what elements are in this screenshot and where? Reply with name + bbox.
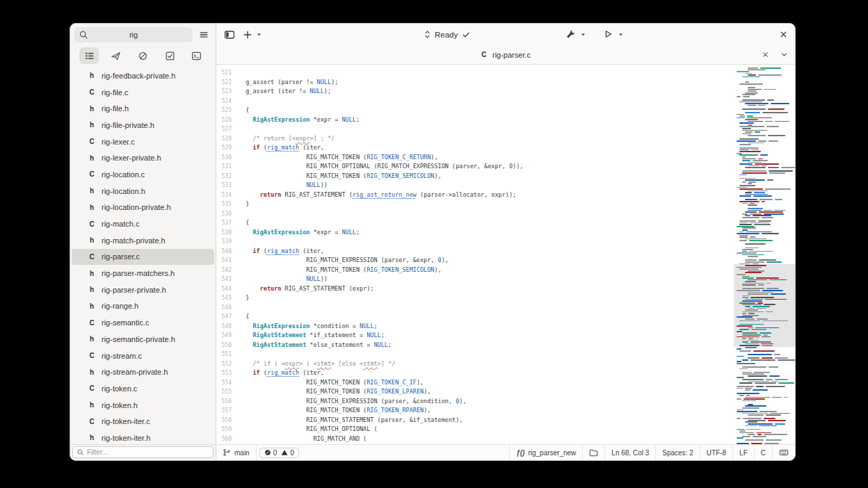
- code-line[interactable]: 524: [216, 97, 734, 106]
- code-line[interactable]: 551: [216, 350, 734, 359]
- code-line[interactable]: 542 RIG_MATCH_TOKEN (RIG_TOKEN_SEMICOLON…: [216, 266, 734, 275]
- code-line[interactable]: 552 /* if ( <expr> ) <stmt> [else <stmt>…: [216, 359, 734, 369]
- tab-close-icon[interactable]: [762, 51, 769, 58]
- project-search-entry[interactable]: [74, 27, 193, 42]
- code-line[interactable]: 554 RIG_MATCH_TOKEN (RIG_TOKEN_C_IF),: [216, 378, 734, 388]
- file-row[interactable]: hrig-match-private.h: [72, 232, 214, 249]
- file-row[interactable]: hrig-location-private.h: [72, 200, 214, 216]
- panel-tab-pipeline[interactable]: [106, 47, 126, 64]
- window-close-button[interactable]: [775, 26, 791, 42]
- code-line[interactable]: 545 }: [216, 293, 734, 303]
- filter-entry[interactable]: [72, 446, 214, 458]
- minimap[interactable]: [734, 65, 795, 444]
- build-button[interactable]: [563, 26, 578, 42]
- cursor-position[interactable]: Ln 68, Col 3: [604, 445, 655, 460]
- code-line[interactable]: 530 RIG_MATCH_TOKEN (RIG_TOKEN_C_RETURN)…: [216, 153, 734, 163]
- run-button[interactable]: [600, 26, 616, 42]
- file-row[interactable]: hrig-token.h: [72, 397, 214, 414]
- file-row[interactable]: hrig-parser-matchers.h: [72, 265, 214, 282]
- code-line[interactable]: 546: [216, 303, 734, 313]
- code-line[interactable]: 543 NULL)): [216, 275, 734, 284]
- file-row[interactable]: hrig-token-iter.h: [72, 430, 214, 444]
- file-row[interactable]: Crig-stream.c: [72, 348, 214, 364]
- file-row[interactable]: hrig-feedback-private.h: [72, 67, 214, 84]
- code-line[interactable]: 537 {: [216, 218, 734, 228]
- toggle-sidebar-button[interactable]: [222, 27, 237, 42]
- branch-indicator[interactable]: main: [216, 445, 257, 460]
- file-browser-button[interactable]: [582, 445, 604, 460]
- indentation-mode[interactable]: Spaces: 2: [655, 445, 699, 460]
- code-line[interactable]: 549 RigAstStatement *if_statement = NULL…: [216, 331, 734, 341]
- code-view[interactable]: 521522 g_assert (parser != NULL);523 g_a…: [216, 65, 734, 444]
- menu-button[interactable]: [196, 27, 211, 42]
- file-row[interactable]: Crig-token-iter.c: [72, 413, 214, 430]
- code-line[interactable]: 558 RIG_MATCH_STATEMENT (parser, &if_sta…: [216, 416, 734, 425]
- code-line[interactable]: 532 RIG_MATCH_TOKEN (RIG_TOKEN_SEMICOLON…: [216, 172, 734, 181]
- code-line[interactable]: 521: [216, 68, 734, 78]
- filter-input[interactable]: [87, 448, 209, 456]
- code-line[interactable]: 523 g_assert (iter != NULL);: [216, 87, 734, 97]
- code-line[interactable]: 526 RigAstExpression *expr = NULL;: [216, 115, 734, 125]
- code-line[interactable]: 548 RigAstExpression *condition = NULL;: [216, 322, 734, 332]
- panel-tab-terminal[interactable]: [187, 47, 207, 64]
- code-line[interactable]: 522 g_assert (parser != NULL);: [216, 78, 734, 88]
- code-line[interactable]: 550 RigAstStatement *else_statement = NU…: [216, 341, 734, 350]
- code-line[interactable]: 535 }: [216, 200, 734, 209]
- code-line[interactable]: 528 /* return [<expr>] ; */: [216, 134, 734, 144]
- code-line[interactable]: 531 RIG_MATCH_OPTIONAL (RIG_MATCH_EXPRES…: [216, 162, 734, 172]
- minimap-line: [742, 372, 752, 373]
- code-line[interactable]: 533 NULL)): [216, 181, 734, 190]
- file-row[interactable]: hrig-file-private.h: [72, 117, 214, 133]
- chevron-down-icon[interactable]: [618, 31, 624, 38]
- file-row[interactable]: Crig-location.c: [72, 166, 214, 183]
- file-row[interactable]: Crig-match.c: [72, 215, 214, 232]
- file-row[interactable]: hrig-stream-private.h: [72, 364, 214, 380]
- encoding-indicator[interactable]: UTF-8: [700, 445, 732, 460]
- code-line[interactable]: 536: [216, 209, 734, 219]
- panel-tab-project-tree[interactable]: [79, 47, 99, 64]
- header-file-icon: h: [88, 72, 95, 79]
- code-line[interactable]: 539: [216, 237, 734, 247]
- code-line[interactable]: 544 return RIG_AST_STATEMENT (expr);: [216, 284, 734, 294]
- code-line[interactable]: 540 if (rig_match (iter,: [216, 247, 734, 257]
- file-row[interactable]: hrig-lexer-private.h: [72, 149, 214, 166]
- file-row[interactable]: Crig-parser.c: [72, 249, 214, 266]
- tab-list-chevron-icon[interactable]: [780, 51, 788, 58]
- code-line[interactable]: 556 RIG_MATCH_EXPRESSION (parser, &condi…: [216, 397, 734, 407]
- file-row[interactable]: hrig-range.h: [72, 298, 214, 315]
- file-row[interactable]: Crig-file.c: [72, 84, 214, 101]
- code-line[interactable]: 525 {: [216, 106, 734, 115]
- code-line[interactable]: 559 RIG_MATCH_OPTIONAL (: [216, 425, 734, 434]
- line-ending-indicator[interactable]: LF: [732, 445, 754, 460]
- new-document-split-button[interactable]: [240, 27, 262, 42]
- code-line[interactable]: 555 RIG_MATCH_TOKEN (RIG_TOKEN_LPAREN),: [216, 387, 734, 397]
- diagnostics-summary[interactable]: 0 0: [257, 445, 305, 460]
- code-line[interactable]: 560 RIG_MATCH_AND (: [216, 434, 734, 444]
- file-row[interactable]: hrig-file.h: [72, 100, 214, 117]
- file-row[interactable]: hrig-parser-private.h: [72, 282, 214, 298]
- code-line[interactable]: 553 if (rig_match (iter,: [216, 368, 734, 378]
- chevron-down-icon[interactable]: [256, 31, 262, 38]
- search-input[interactable]: [74, 27, 193, 42]
- code-line[interactable]: 557 RIG_MATCH_TOKEN (RIG_TOKEN_RPAREN),: [216, 406, 734, 416]
- file-row[interactable]: Crig-lexer.c: [72, 133, 214, 150]
- code-line[interactable]: 547 {: [216, 312, 734, 322]
- code-line[interactable]: 534 return RIG_AST_STATEMENT (rig_ast_re…: [216, 190, 734, 200]
- code-line[interactable]: 527: [216, 124, 734, 134]
- language-indicator[interactable]: C: [754, 445, 772, 460]
- panel-tab-todo[interactable]: [160, 47, 179, 64]
- keyboard-mode-button[interactable]: [772, 445, 795, 460]
- file-row[interactable]: hrig-location.h: [72, 183, 214, 200]
- file-row[interactable]: Crig-token.c: [72, 380, 214, 397]
- file-row[interactable]: Crig-semantic.c: [72, 314, 214, 331]
- tab-rig-parser[interactable]: C rig-parser.c: [481, 51, 531, 59]
- file-row[interactable]: hrig-semantic-private.h: [72, 331, 214, 348]
- chevron-down-icon[interactable]: [580, 31, 586, 38]
- code-line[interactable]: 529 if (rig_match (iter,: [216, 143, 734, 153]
- new-document-button[interactable]: [240, 27, 255, 42]
- current-function[interactable]: ƒ() rig_parser_new: [509, 445, 582, 460]
- code-line[interactable]: 541 RIG_MATCH_EXPRESSION (parser, &expr,…: [216, 256, 734, 266]
- panel-tab-diagnostics[interactable]: [133, 47, 152, 64]
- build-status-button[interactable]: Ready: [418, 26, 476, 42]
- code-line[interactable]: 538 RigAstExpression *expr = NULL;: [216, 228, 734, 238]
